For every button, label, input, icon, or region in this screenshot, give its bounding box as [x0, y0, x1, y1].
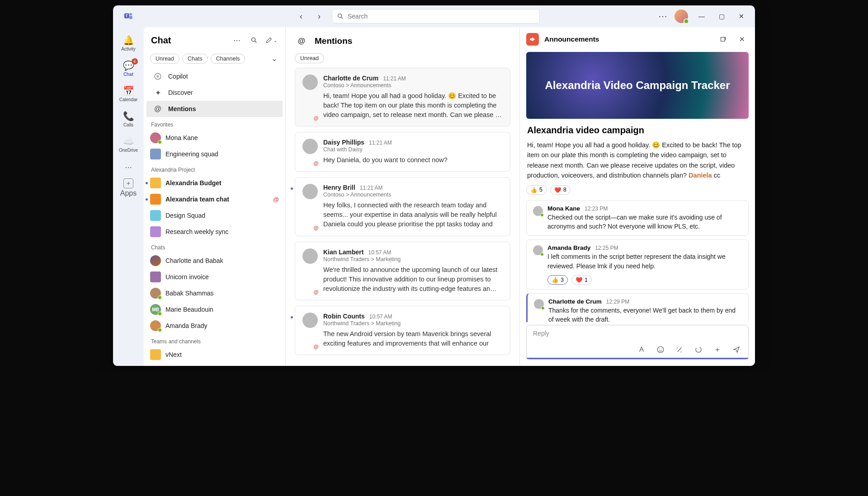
plus-box-icon: ＋ [123, 178, 133, 188]
rail-more[interactable]: ⋯ [116, 157, 141, 177]
rail-onedrive[interactable]: ☁️ OneDrive [116, 132, 141, 156]
reaction-pill[interactable]: ❤️1 [571, 275, 592, 285]
chat-list-item[interactable]: Alexandria Budget [144, 363, 285, 366]
send-button[interactable] [731, 344, 742, 355]
group-label[interactable]: Teams and channels [144, 334, 285, 346]
mention-card[interactable]: @ Charlotte de Crum11:21 AM Contoso > An… [295, 68, 510, 126]
chat-list-item[interactable]: Unicorn invoice [144, 269, 285, 285]
minimize-button[interactable]: — [692, 9, 712, 23]
avatar [150, 210, 161, 221]
titlebar: T ‹ › ⋯ — ▢ ✕ [113, 5, 755, 27]
calendar-icon: 📅 [123, 85, 134, 96]
avatar [150, 149, 161, 159]
message-preview: We're thrilled to announce the upcoming … [323, 265, 503, 294]
chat-list-item[interactable]: Charlotte and Babak [144, 253, 285, 269]
search-box[interactable] [332, 9, 540, 23]
section-mentions[interactable]: @ Mentions [146, 101, 283, 117]
reply-item[interactable]: Amanda Brady12:25 PM I left comments in … [526, 239, 749, 290]
svg-line-7 [255, 41, 256, 42]
reply-author: Charlotte de Crum [548, 298, 602, 305]
post-text-tail: cc [712, 172, 721, 179]
rail-label: Calendar [119, 97, 138, 102]
avatar [302, 313, 318, 328]
popout-button[interactable] [716, 33, 730, 46]
mention-card[interactable]: @ Kian Lambert10:57 AM Northwind Traders… [295, 242, 510, 300]
search-input[interactable] [348, 13, 535, 20]
chat-list-filter-button[interactable] [247, 33, 261, 47]
app-window: T ‹ › ⋯ — ▢ ✕ 🔔 Activity 💬4 Chat [113, 5, 755, 366]
chat-list-item[interactable]: Mona Kane [144, 130, 285, 146]
chat-list-title: Chat [151, 35, 226, 46]
loop-button[interactable] [693, 344, 704, 355]
section-copilot[interactable]: Copilot [146, 68, 283, 84]
chat-list-item[interactable]: Design Squad [144, 207, 285, 224]
chat-list-more-button[interactable]: ⋯ [230, 33, 244, 47]
rail-chat[interactable]: 💬4 Chat [116, 56, 141, 80]
app-rail: 🔔 Activity 💬4 Chat 📅 Calendar 📞 Calls ☁️… [113, 27, 144, 366]
chat-list-item[interactable]: Research weekly sync [144, 224, 285, 240]
reply-compose[interactable]: Reply ＋ [526, 325, 749, 360]
chat-list-item[interactable]: Engineering squad [144, 146, 285, 162]
chat-list-item[interactable]: Alexandria team chat@ [144, 191, 285, 207]
format-button[interactable] [636, 344, 647, 355]
reaction-count: 8 [563, 187, 566, 193]
new-chat-button[interactable]: ⌄ [264, 33, 278, 47]
rail-calendar[interactable]: 📅 Calendar [116, 81, 141, 106]
nav-back-button[interactable]: ‹ [294, 9, 308, 23]
mention-card[interactable]: @ Henry Brill11:21 AM Contoso > Announce… [295, 177, 510, 236]
group-label[interactable]: Alexandria Project [144, 162, 285, 175]
me-avatar[interactable] [675, 9, 688, 23]
chat-item-label: Research weekly sync [165, 228, 279, 235]
reply-placeholder: Reply [533, 330, 742, 339]
chat-item-label: Amanda Brady [165, 322, 279, 329]
rail-calls[interactable]: 📞 Calls [116, 107, 141, 131]
mention-card[interactable]: @ Daisy Phillips11:21 AM Chat with Daisy… [295, 132, 510, 172]
at-badge-icon: @ [312, 288, 320, 295]
close-button[interactable]: ✕ [731, 9, 751, 23]
chat-list-item[interactable]: MBMarie Beaudouin [144, 301, 285, 318]
chat-item-label: Design Squad [165, 212, 279, 219]
avatar [302, 139, 318, 154]
filter-chip-channels[interactable]: Channels [211, 54, 245, 64]
avatar [533, 206, 543, 216]
reaction-pill[interactable]: ❤️8 [550, 185, 571, 195]
emoji-button[interactable] [655, 344, 666, 355]
at-badge-icon: @ [312, 159, 320, 167]
rail-activity[interactable]: 🔔 Activity [116, 31, 141, 55]
reply-item[interactable]: Charlotte de Crum12:29 PM Thanks for the… [526, 293, 749, 322]
svg-rect-10 [721, 37, 725, 41]
megaphone-icon [526, 33, 539, 46]
phone-icon: 📞 [123, 111, 134, 122]
reply-item[interactable]: Mona Kane12:23 PM Checked out the script… [526, 200, 749, 236]
reaction-pill[interactable]: 👍5 [526, 185, 547, 195]
group-label[interactable]: Favorites [144, 117, 285, 130]
group-label[interactable]: Chats [144, 240, 285, 253]
maximize-button[interactable]: ▢ [712, 9, 731, 23]
mention-card[interactable]: @ Robin Counts10:57 AM Northwind Traders… [295, 306, 510, 355]
filter-chip-unread[interactable]: Unread [150, 54, 179, 64]
nav-forward-button[interactable]: › [312, 9, 326, 23]
mentions-title: Mentions [315, 36, 352, 46]
chat-list-item[interactable]: Amanda Brady [144, 318, 285, 334]
svg-point-14 [696, 347, 701, 352]
copilot-icon [153, 72, 163, 80]
ai-button[interactable] [674, 344, 685, 355]
chat-list-item[interactable]: Babak Shammas [144, 285, 285, 301]
attach-button[interactable]: ＋ [712, 344, 723, 355]
rail-apps[interactable]: ＋ Apps [116, 178, 141, 198]
collapse-filters-button[interactable]: ⌄ [269, 52, 279, 65]
chat-item-label: Engineering squad [165, 150, 279, 158]
close-panel-button[interactable]: ✕ [735, 33, 749, 46]
avatar [150, 288, 161, 299]
mention-link[interactable]: Daniela [689, 172, 712, 179]
reaction-pill[interactable]: 👍3 [547, 275, 568, 285]
mentions-unread-chip[interactable]: Unread [295, 53, 324, 63]
section-discover[interactable]: ✦ Discover [146, 84, 283, 101]
popout-icon [720, 36, 726, 43]
chat-list-item[interactable]: Alexandria Budget [144, 175, 285, 191]
reaction-count: 5 [539, 187, 542, 193]
message-preview: Hey Daniela, do you want to connect now? [323, 155, 503, 165]
filter-chip-chats[interactable]: Chats [182, 54, 208, 64]
chat-list-item[interactable]: vNext [144, 346, 285, 363]
more-options-button[interactable]: ⋯ [655, 8, 671, 24]
